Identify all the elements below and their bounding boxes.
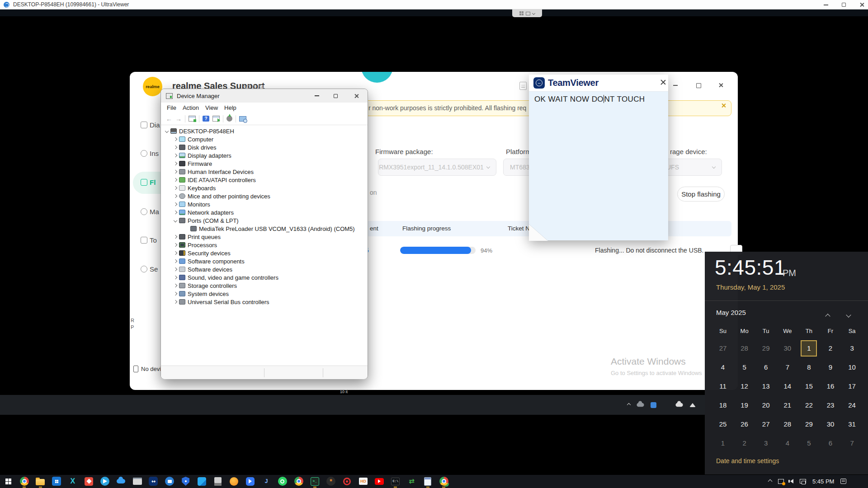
minimize-button[interactable] (670, 80, 681, 91)
tree-item[interactable]: Monitors (174, 200, 210, 208)
chrome-update-icon[interactable] (439, 476, 449, 486)
calendar-day[interactable]: 10 (841, 359, 863, 376)
search-devices-icon[interactable] (239, 116, 246, 122)
tree-item[interactable]: Network adapters (174, 208, 234, 216)
hidden-icons-chevron-icon[interactable] (627, 403, 631, 407)
calendar-day[interactable]: 26 (734, 416, 755, 433)
chevron-collapsed-icon[interactable] (174, 137, 177, 141)
calendar-day[interactable]: 24 (841, 397, 863, 414)
close-icon[interactable] (859, 2, 864, 7)
grid-icon[interactable] (519, 11, 524, 15)
chevron-collapsed-icon[interactable] (174, 145, 177, 149)
hidden-icons-chevron-icon[interactable] (768, 479, 773, 483)
blue-app-tray-icon[interactable] (651, 402, 656, 408)
scan-hardware-icon[interactable] (226, 116, 232, 122)
calendar-day[interactable]: 3 (755, 435, 777, 452)
chevron-collapsed-icon[interactable] (174, 202, 177, 206)
calendar-day[interactable]: 20 (755, 397, 777, 414)
action-center-icon[interactable] (840, 479, 846, 484)
firmware-package-select[interactable]: RMX3951export_11_14.1.0.508EX01 (378, 159, 496, 176)
calendar-day[interactable]: 17 (841, 378, 863, 395)
media-app-icon[interactable] (245, 476, 255, 486)
chrome-icon[interactable] (19, 476, 29, 486)
close-button[interactable] (716, 80, 726, 91)
calendar-day-today[interactable]: 1 (801, 340, 817, 357)
tree-item[interactable]: Software components (174, 257, 245, 265)
chevron-collapsed-icon[interactable] (174, 259, 177, 263)
clock-date-link[interactable]: Thursday, May 1, 2025 (716, 283, 785, 291)
tree-item[interactable]: Human Interface Devices (174, 168, 254, 176)
chevron-collapsed-icon[interactable] (174, 300, 177, 304)
date-time-settings-link[interactable]: Date and time settings (716, 457, 779, 465)
console-icon[interactable] (189, 116, 196, 122)
usb-tool-icon[interactable] (213, 476, 223, 486)
back-icon[interactable]: ← (166, 115, 172, 122)
menu-file[interactable]: File (167, 104, 176, 111)
notepad-icon[interactable] (423, 476, 433, 486)
chevron-collapsed-icon[interactable] (174, 162, 177, 165)
tree-item[interactable]: Firmware (174, 160, 212, 168)
speaker-icon[interactable] (790, 479, 793, 483)
calendar-day[interactable]: 30 (820, 416, 841, 433)
close-button[interactable] (351, 89, 362, 103)
minimize-button[interactable] (311, 89, 322, 103)
help-icon[interactable]: ? (203, 116, 209, 122)
calendar-day[interactable]: 28 (734, 340, 755, 357)
calendar-day[interactable]: 15 (798, 378, 820, 395)
calendar-day[interactable]: 3 (841, 340, 863, 357)
calendar-day[interactable]: 21 (777, 397, 798, 414)
minimize-icon[interactable] (824, 5, 828, 5)
chevron-collapsed-icon[interactable] (174, 178, 177, 182)
terminal-app-icon[interactable]: >_ (310, 476, 320, 486)
calendar-day[interactable]: 28 (777, 416, 798, 433)
onedrive-icon[interactable] (637, 403, 644, 407)
chevron-collapsed-icon[interactable] (174, 276, 177, 279)
calendar-day[interactable]: 31 (841, 416, 863, 433)
calendar-day[interactable]: 6 (820, 435, 841, 452)
calendar-month-label[interactable]: May 2025 (716, 309, 746, 316)
chevron-collapsed-icon[interactable] (174, 211, 177, 214)
tree-item[interactable]: Print queues (174, 233, 221, 241)
cloud-icon[interactable] (675, 403, 683, 407)
monitor-icon[interactable] (526, 12, 530, 15)
menu-help[interactable]: Help (224, 104, 236, 111)
chevron-collapsed-icon[interactable] (174, 267, 177, 271)
sidebar-item-fl[interactable]: Fl (130, 177, 156, 188)
ultraviewer-mini-toolbar[interactable] (512, 9, 542, 17)
windows-start-icon[interactable] (3, 476, 13, 486)
calendar-day[interactable]: 27 (712, 340, 734, 357)
chevron-collapsed-icon[interactable] (174, 170, 177, 174)
calendar-day[interactable]: 27 (755, 416, 777, 433)
calendar-day[interactable]: 4 (712, 359, 734, 376)
chevron-collapsed-icon[interactable] (174, 235, 177, 239)
tree-item[interactable]: Display adapters (174, 151, 231, 160)
calendar-day[interactable]: 19 (734, 397, 755, 414)
calendar-day[interactable]: 5 (798, 435, 820, 452)
remote-desktop-icon[interactable] (132, 476, 142, 486)
x-app-icon[interactable]: X (68, 476, 78, 486)
hd-app-icon[interactable]: HD (358, 476, 368, 486)
log-icon[interactable] (519, 82, 527, 90)
chevron-collapsed-icon[interactable] (174, 292, 177, 296)
tree-item[interactable]: Disk drives (174, 143, 217, 151)
calendar-day[interactable]: 2 (734, 435, 755, 452)
tree-item[interactable]: Keyboards (174, 184, 216, 192)
wifi-icon[interactable] (689, 403, 696, 407)
chevron-collapsed-icon[interactable] (174, 243, 177, 247)
calendar-next-button[interactable] (847, 310, 850, 319)
tree-item[interactable]: Ports (COM & LPT) (174, 216, 239, 225)
calendar-day[interactable]: 7 (777, 359, 798, 376)
network-icon[interactable] (800, 479, 806, 483)
red-ring-app-icon[interactable] (342, 476, 352, 486)
file-explorer-icon[interactable] (35, 476, 45, 486)
tree-item[interactable]: Mice and other pointing devices (174, 192, 270, 200)
calendar-day[interactable]: 4 (777, 435, 798, 452)
calendar-day[interactable]: 7 (841, 435, 863, 452)
red-utility-icon[interactable] (84, 476, 94, 486)
calendar-day[interactable]: 29 (755, 340, 777, 357)
calendar-day[interactable]: 22 (798, 397, 820, 414)
calendar-day[interactable]: 16 (820, 378, 841, 395)
sidebar-item-to[interactable]: To (130, 235, 157, 245)
calendar-day[interactable]: 30 (777, 340, 798, 357)
amber-circle-app-icon[interactable]: * (326, 476, 336, 486)
